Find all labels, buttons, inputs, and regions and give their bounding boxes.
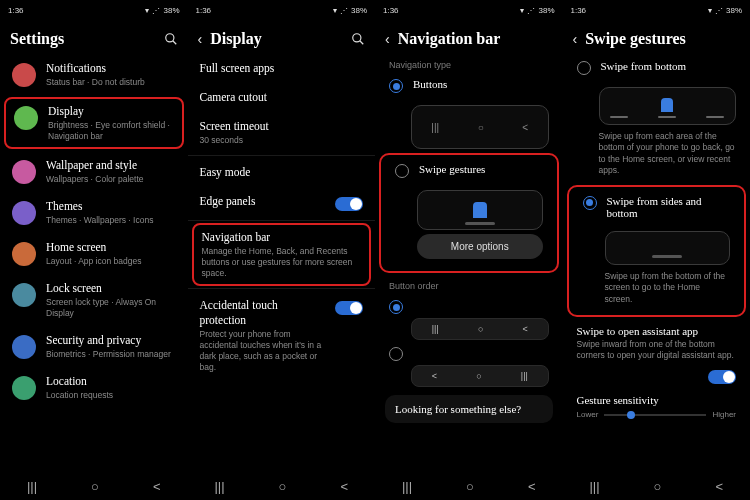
order-preview-1: ||| ○ < bbox=[411, 318, 549, 340]
section-button-order: Button order bbox=[375, 275, 563, 293]
back-button[interactable]: < bbox=[153, 479, 161, 494]
back-button[interactable]: < bbox=[340, 479, 348, 494]
navbar-options[interactable]: Navigation type Buttons ||| ○ < Swipe ge… bbox=[375, 54, 563, 472]
row-label: Home screen bbox=[46, 240, 176, 255]
back-icon[interactable]: ‹ bbox=[573, 31, 578, 47]
recents-button[interactable]: ||| bbox=[27, 479, 37, 494]
home-button[interactable]: ○ bbox=[279, 479, 287, 494]
toggle[interactable] bbox=[335, 301, 363, 315]
radio-icon[interactable] bbox=[583, 196, 597, 210]
screen-display: 1:36 ▾ ⋰ 38% ‹ Display Full screen appsC… bbox=[188, 0, 376, 500]
svg-point-2 bbox=[353, 34, 361, 42]
row-sub: Wallpapers · Color palette bbox=[46, 174, 176, 185]
radio-swipe-from-sides[interactable]: Swipe from sides and bottom bbox=[569, 189, 745, 225]
sens-label: Gesture sensitivity bbox=[577, 394, 737, 406]
back-button[interactable]: < bbox=[528, 479, 536, 494]
radio-icon[interactable] bbox=[577, 61, 591, 75]
sens-slider[interactable] bbox=[604, 414, 706, 416]
home-button[interactable]: ○ bbox=[91, 479, 99, 494]
radio-icon[interactable] bbox=[395, 164, 409, 178]
gesture-pill bbox=[652, 255, 682, 258]
home-glyph: ○ bbox=[476, 371, 481, 381]
settings-row-lock-screen[interactable]: Lock screenScreen lock type · Always On … bbox=[0, 274, 188, 326]
display-list[interactable]: Full screen appsCamera cutoutScreen time… bbox=[188, 54, 376, 472]
settings-row-location[interactable]: LocationLocation requests bbox=[0, 367, 188, 408]
radio-buttons-option[interactable]: Buttons bbox=[375, 72, 563, 99]
search-icon[interactable] bbox=[351, 32, 365, 46]
radio-swipe-from-bottom[interactable]: Swipe from bottom bbox=[563, 54, 751, 81]
battery-text: 38% bbox=[351, 6, 367, 15]
system-nav[interactable]: ||| ○ < bbox=[563, 472, 751, 500]
status-icons: ▾ ⋰ 38% bbox=[708, 6, 742, 15]
gesture-sensitivity[interactable]: Gesture sensitivity bbox=[563, 388, 751, 408]
status-bar: 1:36 ▾ ⋰ 38% bbox=[0, 0, 188, 20]
back-glyph: < bbox=[523, 324, 528, 334]
radio-icon[interactable] bbox=[389, 79, 403, 93]
order-preview-2: < ○ ||| bbox=[411, 365, 549, 387]
home-button[interactable]: ○ bbox=[654, 479, 662, 494]
radio-swipe-option[interactable]: Swipe gestures bbox=[381, 157, 557, 184]
clock: 1:36 bbox=[571, 6, 587, 15]
settings-row-notifications[interactable]: NotificationsStatus bar · Do not disturb bbox=[0, 54, 188, 95]
recents-button[interactable]: ||| bbox=[402, 479, 412, 494]
page-title: Navigation bar bbox=[398, 30, 553, 48]
assist-toggle[interactable] bbox=[708, 370, 736, 384]
back-glyph: < bbox=[522, 122, 528, 133]
wifi-icon: ▾ bbox=[708, 6, 712, 15]
row-label: Location bbox=[46, 374, 176, 389]
settings-row-security-and-privacy[interactable]: Security and privacyBiometrics · Permiss… bbox=[0, 326, 188, 367]
toggle[interactable] bbox=[335, 197, 363, 211]
looking-label: Looking for something else? bbox=[395, 403, 543, 415]
settings-row-themes[interactable]: ThemesThemes · Wallpapers · Icons bbox=[0, 192, 188, 233]
signal-icon: ⋰ bbox=[527, 6, 535, 15]
svg-line-1 bbox=[172, 41, 176, 45]
row-sub: Biometrics · Permission manager bbox=[46, 349, 176, 360]
display-row-camera-cutout[interactable]: Camera cutout bbox=[188, 83, 376, 112]
display-row-full-screen-apps[interactable]: Full screen apps bbox=[188, 54, 376, 83]
swipe-assistant-row[interactable]: Swipe to open assistant app Swipe inward… bbox=[563, 319, 751, 367]
from-bottom-preview bbox=[599, 87, 737, 125]
row-sub: 30 seconds bbox=[200, 135, 364, 146]
settings-row-wallpaper-and-style[interactable]: Wallpaper and styleWallpapers · Color pa… bbox=[0, 151, 188, 192]
recents-button[interactable]: ||| bbox=[214, 479, 224, 494]
page-title: Swipe gestures bbox=[585, 30, 740, 48]
system-nav[interactable]: ||| ○ < bbox=[375, 472, 563, 500]
settings-row-display[interactable]: DisplayBrightness · Eye comfort shield ·… bbox=[4, 97, 184, 149]
clock: 1:36 bbox=[8, 6, 24, 15]
system-nav[interactable]: ||| ○ < bbox=[188, 472, 376, 500]
radio-label: Swipe from sides and bottom bbox=[607, 195, 731, 219]
looking-for-something[interactable]: Looking for something else? bbox=[385, 395, 553, 423]
radio-icon[interactable] bbox=[389, 300, 403, 314]
status-bar: 1:36 ▾ ⋰ 38% bbox=[563, 0, 751, 20]
display-row-screen-timeout[interactable]: Screen timeout30 seconds bbox=[188, 112, 376, 153]
swipe-gestures-highlight: Swipe gestures More options bbox=[379, 153, 559, 273]
order-option-1[interactable] bbox=[375, 293, 563, 314]
battery-text: 38% bbox=[163, 6, 179, 15]
swipe-options[interactable]: Swipe from bottom Swipe up from each are… bbox=[563, 54, 751, 472]
sens-lower: Lower bbox=[577, 410, 599, 419]
from-sides-desc: Swipe up from the bottom of the screen t… bbox=[569, 269, 745, 311]
back-icon[interactable]: ‹ bbox=[198, 31, 203, 47]
back-button[interactable]: < bbox=[715, 479, 723, 494]
display-row-accidental-touch-protection[interactable]: Accidental touch protectionProtect your … bbox=[188, 291, 376, 380]
row-sub: Screen lock type · Always On Display bbox=[46, 297, 176, 319]
settings-row-home-screen[interactable]: Home screenLayout · App icon badges bbox=[0, 233, 188, 274]
display-row-easy-mode[interactable]: Easy mode bbox=[188, 158, 376, 187]
display-row-navigation-bar[interactable]: Navigation barManage the Home, Back, and… bbox=[192, 223, 372, 286]
radio-icon[interactable] bbox=[389, 347, 403, 361]
system-nav[interactable]: ||| ○ < bbox=[0, 472, 188, 500]
display-row-edge-panels[interactable]: Edge panels bbox=[188, 187, 376, 218]
more-options-button[interactable]: More options bbox=[417, 234, 543, 259]
sens-slider-row[interactable]: Lower Higher bbox=[563, 408, 751, 421]
settings-list[interactable]: NotificationsStatus bar · Do not disturb… bbox=[0, 54, 188, 472]
row-label: Accidental touch protection bbox=[200, 298, 326, 328]
search-icon[interactable] bbox=[164, 32, 178, 46]
row-label: Edge panels bbox=[200, 194, 326, 209]
signal-icon: ⋰ bbox=[715, 6, 723, 15]
row-label: Notifications bbox=[46, 61, 176, 76]
home-button[interactable]: ○ bbox=[466, 479, 474, 494]
palette-icon bbox=[12, 160, 36, 184]
recents-button[interactable]: ||| bbox=[589, 479, 599, 494]
back-icon[interactable]: ‹ bbox=[385, 31, 390, 47]
order-option-2[interactable] bbox=[375, 342, 563, 361]
